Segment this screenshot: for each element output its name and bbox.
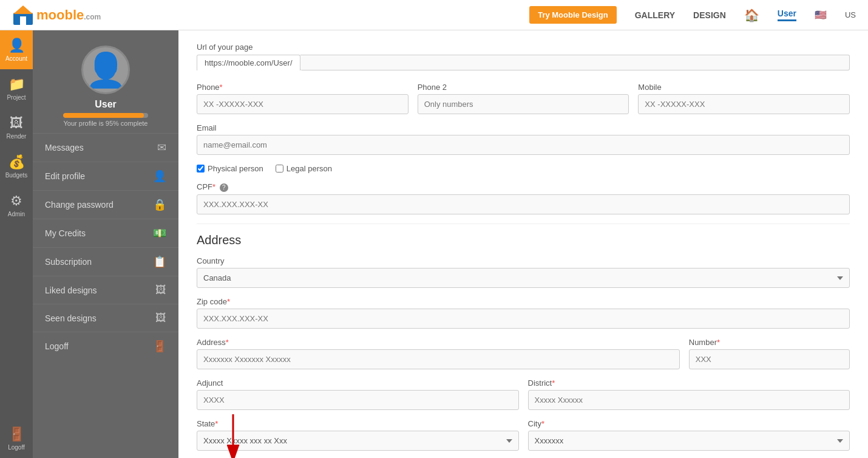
address-section-title: Address (197, 224, 850, 247)
country-row: Country Canada United States Brazil Othe… (197, 256, 850, 288)
sidebar-menu: 👤 User Your profile is 95% complete Mess… (33, 30, 178, 458)
phone-input[interactable] (197, 94, 409, 114)
credits-icon: 💵 (153, 227, 166, 240)
liked-designs-label: Liked designs (45, 285, 97, 295)
adjunct-input[interactable] (197, 390, 519, 410)
logo[interactable]: mooble.com (12, 4, 101, 26)
email-input[interactable] (197, 135, 850, 155)
menu-seen-designs[interactable]: Seen designs 🖼 (33, 304, 178, 332)
phone2-input[interactable] (418, 94, 629, 114)
sidebar-icon-account[interactable]: 👤 Account (0, 30, 33, 69)
state-col: State* Xxxxx Xxxxx xxx xx Xxx (197, 419, 519, 451)
change-password-label: Change password (45, 200, 114, 210)
url-section: Url of your page https://mooble.com/User… (197, 43, 850, 70)
city-label: City* (528, 419, 850, 428)
mobile-col: Mobile (638, 83, 850, 114)
try-mooble-btn[interactable]: Try Mooble Design (529, 6, 617, 24)
menu-logoff[interactable]: Logoff 🚪 (33, 332, 178, 360)
account-icon: 👤 (8, 38, 25, 53)
cpf-help-icon[interactable]: ? (220, 183, 228, 192)
state-label: State* (197, 419, 519, 428)
number-input[interactable] (689, 349, 850, 369)
profile-progress-fill (63, 113, 144, 118)
content-area: Url of your page https://mooble.com/User… (178, 30, 868, 458)
sidebar-icon-logoff[interactable]: 🚪 Logoff (0, 419, 33, 458)
mobile-input[interactable] (638, 94, 850, 114)
email-label: Email (197, 123, 850, 132)
menu-subscription[interactable]: Subscription 📋 (33, 247, 178, 276)
admin-icon-label: Admin (8, 211, 25, 217)
phone2-label: Phone 2 (418, 83, 629, 92)
zipcode-label: Zip code* (197, 297, 850, 306)
nav-gallery[interactable]: GALLERY (635, 10, 675, 20)
cpf-col: CPF* ? (197, 182, 850, 214)
menu-change-password[interactable]: Change password 🔒 (33, 190, 178, 219)
avatar: 👤 (81, 46, 130, 94)
state-select[interactable]: Xxxxx Xxxxx xxx xx Xxx (197, 431, 519, 451)
zipcode-input[interactable] (197, 309, 850, 329)
legal-person-text: Legal person (287, 164, 332, 173)
cpf-input[interactable] (197, 194, 850, 214)
country-select[interactable]: Canada United States Brazil Other (197, 268, 850, 288)
logo-text: mooble.com (36, 7, 101, 23)
messages-label: Messages (45, 143, 84, 152)
svg-marker-1 (13, 5, 33, 14)
legal-person-label[interactable]: Legal person (276, 164, 332, 173)
logo-brand: mooble (36, 7, 84, 22)
sidebar-icon-budgets[interactable]: 💰 Budgets (0, 147, 33, 186)
person-type-row: Physical person Legal person (197, 164, 850, 173)
budgets-icon-label: Budgets (5, 172, 28, 179)
url-input-area (300, 55, 850, 70)
logo-com: .com (84, 13, 101, 21)
logoff-menu-icon: 🚪 (153, 340, 166, 353)
user-name-label: User (95, 99, 117, 110)
project-icon: 📁 (8, 77, 25, 92)
nav-links: Try Mooble Design GALLERY DESIGN 🏠 User … (529, 6, 856, 24)
zipcode-col: Zip code* (197, 297, 850, 329)
address-input[interactable] (197, 349, 680, 369)
phone-col: Phone* (197, 83, 409, 114)
nav-user[interactable]: User (778, 9, 796, 21)
url-tab: https://mooble.com/User/ (197, 55, 300, 70)
city-col: City* Xxxxxxx (528, 419, 850, 451)
menu-liked-designs[interactable]: Liked designs 🖼 (33, 276, 178, 304)
budgets-icon: 💰 (8, 154, 25, 170)
profile-complete-text: Your profile is 95% complete (63, 120, 147, 127)
lock-icon: 🔒 (153, 198, 166, 211)
language-label: US (845, 10, 856, 19)
mobile-label: Mobile (638, 83, 850, 92)
sidebar-icon-render[interactable]: 🖼 Render (0, 108, 33, 147)
district-input[interactable] (528, 390, 850, 410)
district-label: District* (528, 378, 850, 388)
phone-label: Phone* (197, 83, 409, 92)
logoff-icon-label: Logoff (8, 444, 25, 451)
country-label: Country (197, 256, 850, 265)
city-select[interactable]: Xxxxxxx (528, 431, 850, 451)
email-col: Email (197, 123, 850, 155)
menu-messages[interactable]: Messages ✉ (33, 133, 178, 162)
legal-person-checkbox[interactable] (276, 165, 283, 173)
seen-designs-label: Seen designs (45, 313, 97, 323)
account-icon-label: Account (5, 55, 27, 62)
admin-icon: ⚙ (10, 193, 22, 209)
physical-person-text: Physical person (208, 164, 263, 173)
messages-icon: ✉ (157, 141, 166, 154)
sidebar-icon-project[interactable]: 📁 Project (0, 69, 33, 108)
nav-design[interactable]: DESIGN (693, 10, 726, 20)
address-number-row: Address* Number* (197, 338, 850, 369)
sidebar-icon-admin[interactable]: ⚙ Admin (0, 186, 33, 225)
svg-rect-2 (20, 16, 26, 25)
cpf-label: CPF* ? (197, 182, 850, 192)
render-icon: 🖼 (10, 115, 23, 131)
number-label: Number* (689, 338, 850, 347)
menu-edit-profile[interactable]: Edit profile 👤 (33, 162, 178, 190)
number-col: Number* (689, 338, 850, 369)
address-col: Address* (197, 338, 680, 369)
menu-my-credits[interactable]: My Credits 💵 (33, 219, 178, 247)
physical-person-checkbox[interactable] (197, 165, 205, 173)
profile-progress-bar (63, 113, 148, 118)
url-label: Url of your page (197, 43, 850, 52)
home-icon: 🏠 (744, 8, 759, 22)
sidebar-icons: 👤 Account 📁 Project 🖼 Render 💰 Budgets ⚙… (0, 30, 33, 458)
physical-person-label[interactable]: Physical person (197, 164, 263, 173)
